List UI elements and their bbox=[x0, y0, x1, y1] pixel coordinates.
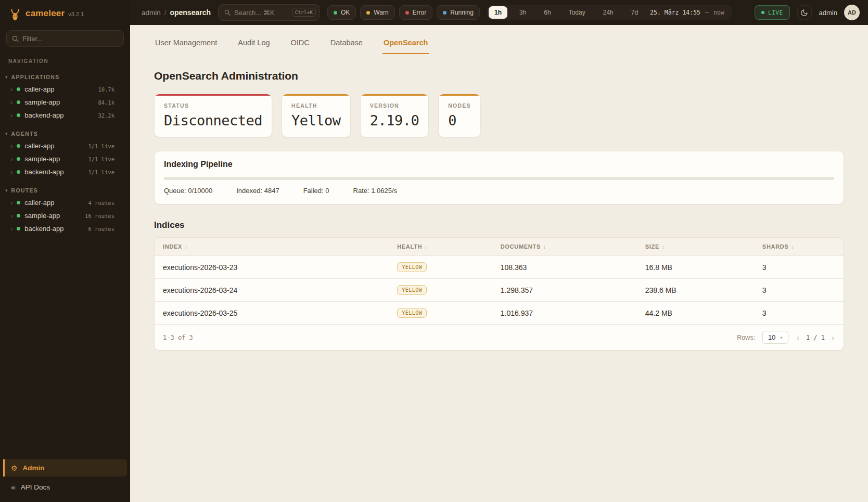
column-header-documents[interactable]: DOCUMENTS↕ bbox=[492, 238, 637, 256]
sort-icon: ↕ bbox=[543, 244, 546, 250]
tab-audit-log[interactable]: Audit Log bbox=[237, 35, 271, 54]
count-badge: 16 routes bbox=[85, 213, 114, 219]
sidebar-item-applications-caller-app[interactable]: › caller-app 10.7k bbox=[0, 83, 130, 96]
keyboard-shortcut-badge: Ctrl+K bbox=[292, 8, 316, 17]
section-header-applications[interactable]: ▾ APPLICATIONS bbox=[0, 71, 130, 83]
column-header-shards[interactable]: SHARDS↕ bbox=[754, 238, 844, 256]
cell-documents: 1.016.937 bbox=[492, 302, 637, 325]
indices-title: Indices bbox=[154, 220, 844, 230]
status-filter-ok[interactable]: OK bbox=[327, 5, 356, 20]
tab-opensearch[interactable]: OpenSearch bbox=[382, 35, 429, 54]
card-accent bbox=[282, 94, 350, 96]
cell-size: 44.2 MB bbox=[637, 302, 754, 325]
tab-database[interactable]: Database bbox=[329, 35, 364, 54]
status-dot-icon bbox=[17, 201, 20, 204]
cell-documents: 108.363 bbox=[492, 256, 637, 279]
status-filter-running[interactable]: Running bbox=[437, 5, 480, 20]
count-badge: 1/1 live bbox=[88, 169, 114, 175]
sort-icon: ↕ bbox=[792, 244, 794, 250]
sidebar: cameleer v3.2.1 NAVIGATION ▾ APPLICATION… bbox=[0, 0, 130, 502]
indices-table-card: INDEX↕ HEALTH↕ DOCUMENTS↕ SIZE↕ SHARDS↕ … bbox=[154, 237, 844, 351]
sidebar-item-applications-sample-app[interactable]: › sample-app 84.1k bbox=[0, 96, 130, 109]
time-range-today[interactable]: Today bbox=[563, 6, 591, 19]
stat-cards: STATUS Disconnected HEALTH Yellow VERSIO… bbox=[154, 94, 844, 137]
pipeline-queue: Queue: 0/10000 bbox=[164, 187, 212, 195]
status-filter-error[interactable]: Error bbox=[399, 5, 433, 20]
stat-card-version: VERSION 2.19.0 bbox=[360, 94, 429, 137]
cell-health: YELLOW bbox=[389, 256, 492, 279]
live-toggle[interactable]: LIVE bbox=[755, 5, 790, 20]
sidebar-item-routes-sample-app[interactable]: › sample-app 16 routes bbox=[0, 209, 130, 222]
tab-oidc[interactable]: OIDC bbox=[290, 35, 311, 54]
column-header-index[interactable]: INDEX↕ bbox=[155, 238, 389, 256]
indices-table: INDEX↕ HEALTH↕ DOCUMENTS↕ SIZE↕ SHARDS↕ … bbox=[155, 238, 844, 324]
global-search[interactable]: Ctrl+K bbox=[218, 4, 320, 21]
pipeline-stats: Queue: 0/10000 Indexed: 4847 Failed: 0 R… bbox=[164, 187, 834, 195]
sidebar-item-routes-caller-app[interactable]: › caller-app 4 routes bbox=[0, 196, 130, 209]
status-filter-warn[interactable]: Warn bbox=[360, 5, 394, 20]
health-badge: YELLOW bbox=[397, 285, 427, 295]
brand-name: cameleer bbox=[25, 8, 65, 19]
table-footer-controls: Rows: 10 ▾ ‹ 1 / 1 › bbox=[737, 331, 835, 344]
health-value: Yellow bbox=[291, 112, 341, 128]
card-accent bbox=[439, 94, 480, 96]
time-range-6h[interactable]: 6h bbox=[538, 6, 556, 19]
sort-icon: ↕ bbox=[662, 244, 665, 250]
sidebar-item-applications-backend-app[interactable]: › backend-app 32.2k bbox=[0, 109, 130, 122]
prev-page-button[interactable]: ‹ bbox=[796, 333, 800, 342]
sidebar-item-routes-backend-app[interactable]: › backend-app 6 routes bbox=[0, 222, 130, 235]
breadcrumb: admin / opensearch bbox=[142, 8, 211, 17]
pipeline-title: Indexing Pipeline bbox=[164, 160, 834, 169]
time-range-24h[interactable]: 24h bbox=[597, 6, 619, 19]
search-icon bbox=[11, 35, 19, 43]
time-range-3h[interactable]: 3h bbox=[514, 6, 532, 19]
table-row[interactable]: executions-2026-03-25 YELLOW 1.016.937 4… bbox=[155, 302, 844, 325]
stat-card-health: HEALTH Yellow bbox=[282, 94, 351, 137]
moon-icon bbox=[800, 9, 808, 17]
table-row[interactable]: executions-2026-03-23 YELLOW 108.363 16.… bbox=[155, 256, 844, 279]
chevron-down-icon: ▾ bbox=[780, 335, 783, 340]
cell-index: executions-2026-03-24 bbox=[155, 279, 389, 302]
chevron-right-icon: › bbox=[10, 212, 12, 219]
ok-dot-icon bbox=[334, 11, 337, 15]
app-logo[interactable]: cameleer v3.2.1 bbox=[0, 0, 130, 27]
sidebar-item-agents-sample-app[interactable]: › sample-app 1/1 live bbox=[0, 152, 130, 165]
cell-documents: 1.298.357 bbox=[492, 279, 637, 302]
table-row[interactable]: executions-2026-03-24 YELLOW 1.298.357 2… bbox=[155, 279, 844, 302]
next-page-button[interactable]: › bbox=[831, 333, 835, 342]
sidebar-item-api-docs[interactable]: ≡ API Docs bbox=[3, 479, 127, 496]
status-dot-icon bbox=[17, 144, 20, 148]
column-header-size[interactable]: SIZE↕ bbox=[637, 238, 754, 256]
stat-card-status: STATUS Disconnected bbox=[154, 94, 272, 137]
filter-input[interactable] bbox=[7, 31, 123, 46]
sidebar-item-agents-caller-app[interactable]: › caller-app 1/1 live bbox=[0, 139, 130, 152]
sidebar-item-admin[interactable]: ⚙ Admin bbox=[3, 459, 127, 477]
breadcrumb-admin[interactable]: admin bbox=[142, 9, 161, 17]
sidebar-item-agents-backend-app[interactable]: › backend-app 1/1 live bbox=[0, 165, 130, 178]
sidebar-section-applications: ▾ APPLICATIONS › caller-app 10.7k › samp… bbox=[0, 71, 130, 122]
cell-health: YELLOW bbox=[389, 279, 492, 302]
list-icon: ≡ bbox=[11, 483, 16, 491]
time-range-7d[interactable]: 7d bbox=[626, 6, 644, 19]
sidebar-section-routes: ▾ ROUTES › caller-app 4 routes › sample-… bbox=[0, 185, 130, 235]
tab-user-management[interactable]: User Management bbox=[154, 35, 218, 54]
rows-per-page-select[interactable]: 10 ▾ bbox=[762, 331, 788, 344]
column-header-health[interactable]: HEALTH↕ bbox=[389, 238, 492, 256]
status-dot-icon bbox=[17, 87, 20, 91]
page-indicator: 1 / 1 bbox=[806, 334, 825, 341]
count-badge: 10.7k bbox=[98, 86, 114, 93]
sidebar-filter[interactable] bbox=[6, 30, 124, 47]
time-range-1h[interactable]: 1h bbox=[489, 6, 507, 19]
time-range-display[interactable]: 25. März 14:55 — now bbox=[650, 9, 724, 16]
dark-mode-toggle[interactable] bbox=[797, 5, 812, 20]
status-dot-icon bbox=[17, 100, 20, 104]
live-dot-icon bbox=[761, 11, 764, 14]
sort-icon: ↕ bbox=[425, 244, 427, 250]
cell-index: executions-2026-03-25 bbox=[155, 302, 389, 325]
section-header-routes[interactable]: ▾ ROUTES bbox=[0, 185, 130, 196]
count-badge: 4 routes bbox=[88, 200, 114, 206]
rows-range: 1-3 of 3 bbox=[163, 334, 193, 341]
section-header-agents[interactable]: ▾ AGENTS bbox=[0, 128, 130, 139]
error-dot-icon bbox=[405, 11, 409, 15]
avatar[interactable]: AD bbox=[844, 5, 860, 20]
